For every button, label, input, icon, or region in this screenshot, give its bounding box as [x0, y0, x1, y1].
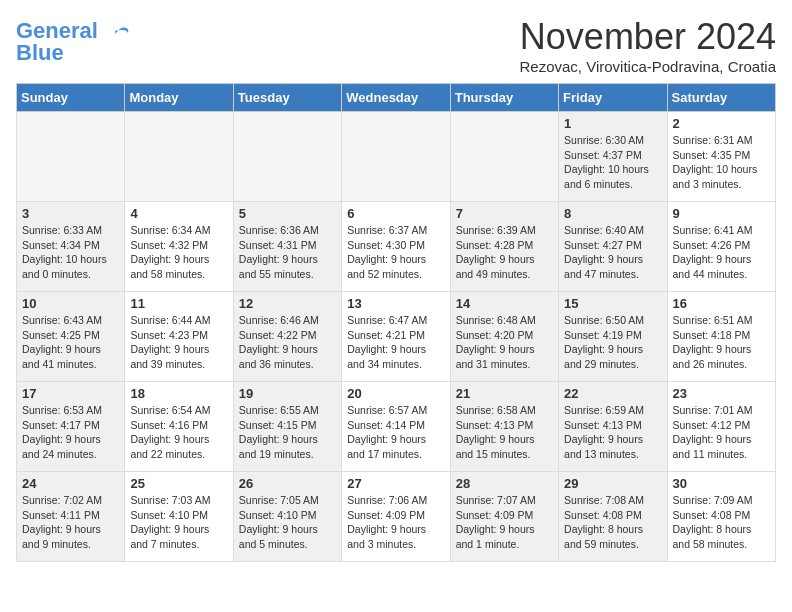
calendar-cell: 14Sunrise: 6:48 AMSunset: 4:20 PMDayligh… [450, 292, 558, 382]
calendar-cell [450, 112, 558, 202]
day-number: 28 [456, 476, 553, 491]
calendar-cell [342, 112, 450, 202]
day-number: 17 [22, 386, 119, 401]
day-info: Sunrise: 6:41 AMSunset: 4:26 PMDaylight:… [673, 223, 770, 282]
day-number: 7 [456, 206, 553, 221]
calendar-cell [17, 112, 125, 202]
day-info: Sunrise: 6:51 AMSunset: 4:18 PMDaylight:… [673, 313, 770, 372]
calendar-cell [233, 112, 341, 202]
calendar-cell: 21Sunrise: 6:58 AMSunset: 4:13 PMDayligh… [450, 382, 558, 472]
day-number: 20 [347, 386, 444, 401]
calendar-table: SundayMondayTuesdayWednesdayThursdayFrid… [16, 83, 776, 562]
day-info: Sunrise: 7:01 AMSunset: 4:12 PMDaylight:… [673, 403, 770, 462]
day-number: 10 [22, 296, 119, 311]
day-number: 4 [130, 206, 227, 221]
day-number: 6 [347, 206, 444, 221]
day-info: Sunrise: 6:31 AMSunset: 4:35 PMDaylight:… [673, 133, 770, 192]
day-info: Sunrise: 7:09 AMSunset: 4:08 PMDaylight:… [673, 493, 770, 552]
calendar-cell: 6Sunrise: 6:37 AMSunset: 4:30 PMDaylight… [342, 202, 450, 292]
column-header-monday: Monday [125, 84, 233, 112]
column-header-wednesday: Wednesday [342, 84, 450, 112]
day-info: Sunrise: 6:33 AMSunset: 4:34 PMDaylight:… [22, 223, 119, 282]
calendar-cell: 22Sunrise: 6:59 AMSunset: 4:13 PMDayligh… [559, 382, 667, 472]
column-header-tuesday: Tuesday [233, 84, 341, 112]
calendar-cell: 24Sunrise: 7:02 AMSunset: 4:11 PMDayligh… [17, 472, 125, 562]
day-info: Sunrise: 6:40 AMSunset: 4:27 PMDaylight:… [564, 223, 661, 282]
day-number: 30 [673, 476, 770, 491]
day-number: 14 [456, 296, 553, 311]
calendar-cell: 19Sunrise: 6:55 AMSunset: 4:15 PMDayligh… [233, 382, 341, 472]
day-number: 19 [239, 386, 336, 401]
day-info: Sunrise: 7:03 AMSunset: 4:10 PMDaylight:… [130, 493, 227, 552]
day-info: Sunrise: 6:47 AMSunset: 4:21 PMDaylight:… [347, 313, 444, 372]
calendar-cell: 2Sunrise: 6:31 AMSunset: 4:35 PMDaylight… [667, 112, 775, 202]
calendar-cell: 3Sunrise: 6:33 AMSunset: 4:34 PMDaylight… [17, 202, 125, 292]
week-row-2: 3Sunrise: 6:33 AMSunset: 4:34 PMDaylight… [17, 202, 776, 292]
day-number: 23 [673, 386, 770, 401]
calendar-cell: 17Sunrise: 6:53 AMSunset: 4:17 PMDayligh… [17, 382, 125, 472]
day-info: Sunrise: 6:53 AMSunset: 4:17 PMDaylight:… [22, 403, 119, 462]
calendar-header-row: SundayMondayTuesdayWednesdayThursdayFrid… [17, 84, 776, 112]
day-number: 9 [673, 206, 770, 221]
calendar-cell: 8Sunrise: 6:40 AMSunset: 4:27 PMDaylight… [559, 202, 667, 292]
calendar-cell: 29Sunrise: 7:08 AMSunset: 4:08 PMDayligh… [559, 472, 667, 562]
calendar-cell: 12Sunrise: 6:46 AMSunset: 4:22 PMDayligh… [233, 292, 341, 382]
calendar-body: 1Sunrise: 6:30 AMSunset: 4:37 PMDaylight… [17, 112, 776, 562]
day-info: Sunrise: 6:39 AMSunset: 4:28 PMDaylight:… [456, 223, 553, 282]
column-header-thursday: Thursday [450, 84, 558, 112]
column-header-friday: Friday [559, 84, 667, 112]
day-info: Sunrise: 7:07 AMSunset: 4:09 PMDaylight:… [456, 493, 553, 552]
day-number: 24 [22, 476, 119, 491]
column-header-saturday: Saturday [667, 84, 775, 112]
calendar-cell: 16Sunrise: 6:51 AMSunset: 4:18 PMDayligh… [667, 292, 775, 382]
day-number: 15 [564, 296, 661, 311]
week-row-4: 17Sunrise: 6:53 AMSunset: 4:17 PMDayligh… [17, 382, 776, 472]
day-number: 8 [564, 206, 661, 221]
day-info: Sunrise: 6:48 AMSunset: 4:20 PMDaylight:… [456, 313, 553, 372]
column-header-sunday: Sunday [17, 84, 125, 112]
day-number: 11 [130, 296, 227, 311]
day-info: Sunrise: 6:30 AMSunset: 4:37 PMDaylight:… [564, 133, 661, 192]
day-number: 27 [347, 476, 444, 491]
calendar-cell: 7Sunrise: 6:39 AMSunset: 4:28 PMDaylight… [450, 202, 558, 292]
day-info: Sunrise: 6:44 AMSunset: 4:23 PMDaylight:… [130, 313, 227, 372]
calendar-cell: 20Sunrise: 6:57 AMSunset: 4:14 PMDayligh… [342, 382, 450, 472]
day-number: 12 [239, 296, 336, 311]
calendar-cell: 28Sunrise: 7:07 AMSunset: 4:09 PMDayligh… [450, 472, 558, 562]
day-number: 1 [564, 116, 661, 131]
logo-text: GeneralBlue [16, 20, 98, 64]
day-info: Sunrise: 6:34 AMSunset: 4:32 PMDaylight:… [130, 223, 227, 282]
calendar-cell: 23Sunrise: 7:01 AMSunset: 4:12 PMDayligh… [667, 382, 775, 472]
calendar-cell: 18Sunrise: 6:54 AMSunset: 4:16 PMDayligh… [125, 382, 233, 472]
day-info: Sunrise: 6:36 AMSunset: 4:31 PMDaylight:… [239, 223, 336, 282]
logo-bird-icon [100, 23, 132, 51]
day-number: 13 [347, 296, 444, 311]
calendar-cell: 10Sunrise: 6:43 AMSunset: 4:25 PMDayligh… [17, 292, 125, 382]
week-row-5: 24Sunrise: 7:02 AMSunset: 4:11 PMDayligh… [17, 472, 776, 562]
day-info: Sunrise: 6:50 AMSunset: 4:19 PMDaylight:… [564, 313, 661, 372]
day-number: 25 [130, 476, 227, 491]
day-info: Sunrise: 6:54 AMSunset: 4:16 PMDaylight:… [130, 403, 227, 462]
location: Rezovac, Virovitica-Podravina, Croatia [519, 58, 776, 75]
day-number: 5 [239, 206, 336, 221]
day-info: Sunrise: 7:06 AMSunset: 4:09 PMDaylight:… [347, 493, 444, 552]
calendar-cell: 30Sunrise: 7:09 AMSunset: 4:08 PMDayligh… [667, 472, 775, 562]
day-info: Sunrise: 6:57 AMSunset: 4:14 PMDaylight:… [347, 403, 444, 462]
day-info: Sunrise: 6:46 AMSunset: 4:22 PMDaylight:… [239, 313, 336, 372]
title-area: November 2024 Rezovac, Virovitica-Podrav… [519, 16, 776, 75]
calendar-cell: 13Sunrise: 6:47 AMSunset: 4:21 PMDayligh… [342, 292, 450, 382]
week-row-3: 10Sunrise: 6:43 AMSunset: 4:25 PMDayligh… [17, 292, 776, 382]
day-info: Sunrise: 6:59 AMSunset: 4:13 PMDaylight:… [564, 403, 661, 462]
day-info: Sunrise: 7:02 AMSunset: 4:11 PMDaylight:… [22, 493, 119, 552]
day-info: Sunrise: 7:08 AMSunset: 4:08 PMDaylight:… [564, 493, 661, 552]
header: GeneralBlue November 2024 Rezovac, Virov… [16, 16, 776, 75]
calendar-cell: 1Sunrise: 6:30 AMSunset: 4:37 PMDaylight… [559, 112, 667, 202]
day-info: Sunrise: 6:43 AMSunset: 4:25 PMDaylight:… [22, 313, 119, 372]
day-number: 3 [22, 206, 119, 221]
day-info: Sunrise: 7:05 AMSunset: 4:10 PMDaylight:… [239, 493, 336, 552]
day-number: 2 [673, 116, 770, 131]
day-number: 22 [564, 386, 661, 401]
day-info: Sunrise: 6:58 AMSunset: 4:13 PMDaylight:… [456, 403, 553, 462]
calendar-cell: 9Sunrise: 6:41 AMSunset: 4:26 PMDaylight… [667, 202, 775, 292]
calendar-cell: 15Sunrise: 6:50 AMSunset: 4:19 PMDayligh… [559, 292, 667, 382]
